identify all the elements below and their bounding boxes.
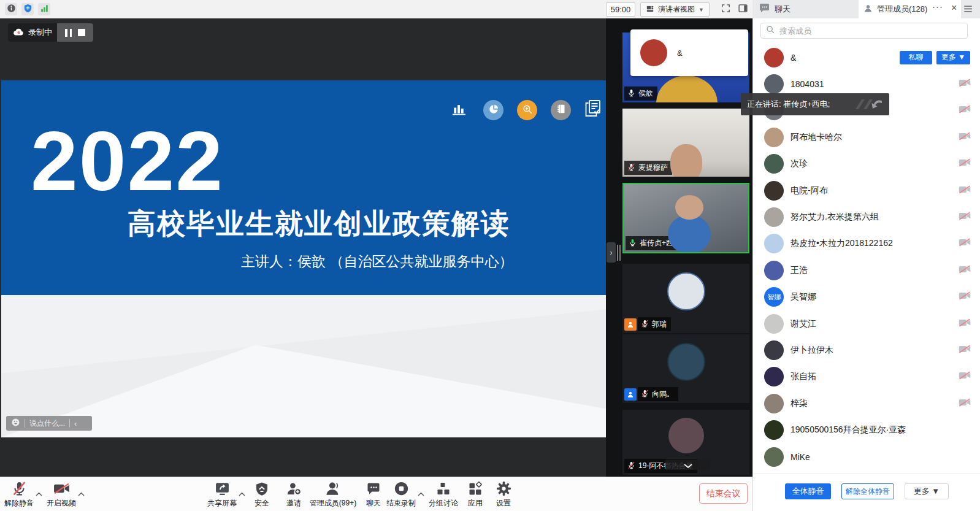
avatar bbox=[764, 367, 784, 386]
member-search-box[interactable] bbox=[760, 23, 968, 39]
stop-recording-button[interactable] bbox=[78, 29, 85, 36]
speaking-toast: 正在讲话: 崔传贞+西电; bbox=[741, 93, 889, 115]
member-row[interactable]: &私聊更多 ▼ bbox=[753, 44, 980, 71]
emoji-icon[interactable] bbox=[11, 418, 20, 429]
member-row[interactable]: 王浩 bbox=[753, 257, 980, 283]
member-row[interactable]: 阿布地卡哈尔 bbox=[753, 124, 980, 150]
camera-off-icon bbox=[959, 398, 971, 409]
chat-input-placeholder[interactable]: 说点什么... bbox=[29, 418, 65, 429]
mic-muted-icon bbox=[627, 163, 635, 173]
drag-handle[interactable] bbox=[617, 245, 618, 261]
member-row[interactable]: 谢艾江 bbox=[753, 310, 980, 337]
role-badge-icon bbox=[624, 388, 637, 401]
fullscreen-button[interactable] bbox=[719, 3, 732, 15]
members-tab-label: 管理成员(128) bbox=[877, 4, 927, 15]
member-row[interactable]: 努尔艾力.衣米提第六组 bbox=[753, 204, 980, 230]
mic-muted-icon bbox=[641, 320, 649, 329]
caret-up-icon[interactable] bbox=[78, 488, 85, 499]
video-tile[interactable]: 崔传贞+西电 bbox=[622, 183, 749, 253]
camera-off-icon bbox=[959, 345, 971, 356]
camera-off-icon bbox=[959, 158, 971, 169]
avatar bbox=[764, 340, 784, 360]
view-mode-button[interactable]: 演讲者视图 ▼ bbox=[640, 2, 710, 17]
member-name: 电院-阿布 bbox=[791, 185, 828, 196]
camera-off-icon bbox=[53, 480, 70, 497]
member-row[interactable]: 张自拓 bbox=[753, 364, 980, 390]
mute-all-button[interactable]: 全体静音 bbox=[785, 483, 831, 499]
panel-close-button[interactable]: × bbox=[951, 2, 957, 13]
camera-off-icon bbox=[959, 291, 971, 302]
camera-off-icon bbox=[959, 79, 971, 90]
tile-name-label: 向隅。 bbox=[624, 387, 678, 401]
member-more-button[interactable]: 更多 ▼ bbox=[936, 51, 970, 64]
invite-icon bbox=[286, 480, 302, 497]
role-badge-icon bbox=[624, 318, 637, 331]
member-row[interactable]: 热皮拉•木拉力2018122162 bbox=[753, 231, 980, 257]
camera-off-icon bbox=[959, 371, 971, 382]
drag-handle[interactable] bbox=[619, 245, 621, 261]
pause-recording-button[interactable] bbox=[65, 29, 72, 37]
member-name: 梓柒 bbox=[791, 398, 808, 409]
private-chat-button[interactable]: 私聊 bbox=[900, 51, 932, 64]
recording-status: 录制中 bbox=[8, 23, 57, 42]
member-name: 次珍 bbox=[791, 158, 808, 169]
camera-off-icon bbox=[959, 238, 971, 249]
meeting-timer: 59:00 bbox=[606, 2, 635, 17]
end-meeting-button[interactable]: 结束会议 bbox=[699, 483, 748, 504]
tab-chat[interactable]: 聊天 bbox=[759, 0, 791, 18]
panel-more-button[interactable]: ··· bbox=[932, 1, 943, 12]
presentation-slide: 2022 高校毕业生就业创业政策解读 主讲人：侯歆 （自治区公共就业服务中心） bbox=[1, 80, 606, 437]
member-name: 阿布地卡哈尔 bbox=[791, 132, 842, 143]
scroll-down-tiles-button[interactable] bbox=[665, 459, 710, 470]
member-row[interactable]: MiKe bbox=[753, 444, 980, 470]
slide-title: 高校毕业生就业创业政策解读 bbox=[128, 205, 510, 243]
mic-muted-icon bbox=[12, 480, 27, 497]
side-panel-toggle-button[interactable] bbox=[736, 3, 749, 15]
member-hover-card: & bbox=[630, 29, 748, 76]
mic-muted-icon bbox=[641, 390, 649, 399]
member-row[interactable]: 次珍 bbox=[753, 151, 980, 177]
tile-name-label: 崔传贞+西电 bbox=[626, 236, 685, 250]
member-row[interactable]: 电院-阿布 bbox=[753, 177, 980, 204]
participant-name: 郭瑞 bbox=[652, 319, 667, 329]
search-input[interactable] bbox=[778, 26, 962, 36]
avatar bbox=[764, 128, 784, 147]
member-name: & bbox=[791, 53, 796, 63]
toolbar-item-settings[interactable]: 设置 bbox=[476, 480, 531, 509]
recording-label: 录制中 bbox=[28, 27, 52, 38]
toolbar-item-label: 开启视频 bbox=[47, 498, 76, 509]
member-row[interactable]: 伊卜拉伊木 bbox=[753, 337, 980, 363]
avatar bbox=[764, 48, 784, 67]
collapse-chat-icon[interactable]: ‹ bbox=[74, 419, 77, 428]
tab-manage-members[interactable]: 管理成员(128) bbox=[859, 0, 961, 18]
participant-name: 向隅。 bbox=[652, 389, 674, 399]
member-name: 19050500156拜合提亚尔·亚森 bbox=[791, 425, 906, 436]
bar-chart-icon bbox=[451, 101, 467, 118]
video-tile[interactable]: 郭瑞 bbox=[622, 264, 749, 333]
toolbar-item-camera-off[interactable]: 开启视频 bbox=[34, 480, 89, 509]
slide-speaker-line: 主讲人：侯歆 （自治区公共就业服务中心） bbox=[241, 252, 513, 271]
avatar bbox=[764, 234, 784, 253]
chat-quick-bar[interactable]: 说点什么... ‹ bbox=[6, 416, 92, 431]
expand-strip-handle[interactable]: › bbox=[607, 242, 616, 263]
meeting-info-icon[interactable] bbox=[5, 3, 17, 15]
participant-avatar bbox=[668, 418, 704, 453]
tile-name-label: 侯歆 bbox=[624, 86, 657, 101]
video-tile[interactable]: 麦提穆萨 bbox=[622, 109, 749, 177]
hamburger-menu-icon[interactable] bbox=[963, 4, 973, 15]
unmute-all-button[interactable]: 解除全体静音 bbox=[841, 483, 894, 499]
toolbar-item-label: 设置 bbox=[496, 498, 511, 509]
network-signal-icon[interactable] bbox=[38, 3, 50, 15]
avatar bbox=[764, 420, 784, 440]
participant-avatar bbox=[667, 272, 705, 310]
toolbar-item-label: 解除静音 bbox=[4, 498, 34, 509]
toolbar-item-label: 结束录制 bbox=[386, 498, 416, 509]
video-tile[interactable]: 向隅。 bbox=[622, 334, 749, 403]
footer-more-button[interactable]: 更多 ▼ bbox=[905, 483, 949, 499]
member-row[interactable]: 智娜吴智娜 bbox=[753, 284, 980, 310]
security-status-icon[interactable] bbox=[21, 3, 34, 15]
member-row[interactable]: 梓柒 bbox=[753, 390, 980, 417]
avatar bbox=[764, 207, 784, 227]
member-row[interactable]: 19050500156拜合提亚尔·亚森 bbox=[753, 417, 980, 443]
toast-mic-icons bbox=[854, 98, 883, 111]
